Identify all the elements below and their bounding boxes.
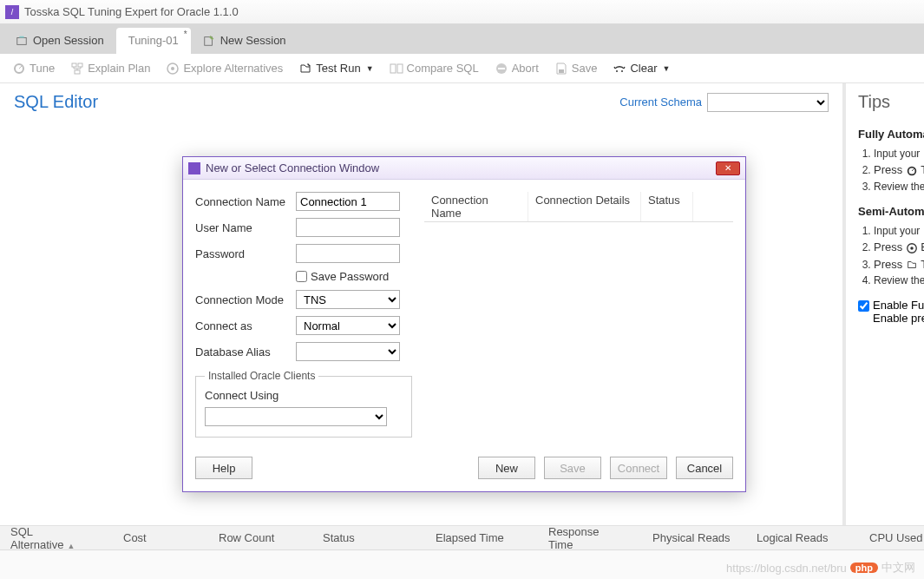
- close-icon[interactable]: ✕: [716, 161, 740, 175]
- dialog-save-button[interactable]: Save: [544, 457, 601, 479]
- save-password-checkbox[interactable]: [296, 271, 307, 282]
- label-connect-as: Connect as: [195, 319, 296, 332]
- label-connect-using: Connect Using: [205, 389, 279, 402]
- installed-clients-group: Installed Oracle Clients Connect Using: [195, 370, 412, 438]
- connection-dialog: New or Select Connection Window ✕ Connec…: [182, 156, 746, 492]
- connect-using-select[interactable]: [205, 407, 387, 426]
- label-user-name: User Name: [195, 221, 296, 234]
- label-password: Password: [195, 247, 296, 260]
- list-col-details[interactable]: Connection Details: [528, 192, 641, 221]
- connection-mode-select[interactable]: TNS: [296, 290, 400, 309]
- label-connection-name: Connection Name: [195, 195, 296, 208]
- dialog-titlebar[interactable]: New or Select Connection Window ✕: [183, 157, 745, 180]
- label-connection-mode: Connection Mode: [195, 293, 296, 306]
- dialog-title-text: New or Select Connection Window: [206, 161, 379, 174]
- modal-overlay: New or Select Connection Window ✕ Connec…: [0, 0, 924, 579]
- list-col-status[interactable]: Status: [641, 192, 693, 221]
- dialog-buttons: Help New Save Connect Cancel: [183, 450, 745, 491]
- help-button[interactable]: Help: [195, 457, 252, 479]
- password-input[interactable]: [296, 244, 400, 263]
- dialog-body: Connection Name User Name Password Save …: [183, 180, 745, 450]
- connect-as-select[interactable]: Normal: [296, 316, 400, 335]
- label-save-password: Save Password: [311, 270, 389, 283]
- legend-installed-clients: Installed Oracle Clients: [205, 370, 318, 382]
- new-button[interactable]: New: [478, 457, 535, 479]
- connection-name-input[interactable]: [296, 192, 400, 211]
- connection-list: Connection Name Connection Details Statu…: [424, 192, 733, 438]
- list-col-name[interactable]: Connection Name: [424, 192, 528, 221]
- app-icon: [188, 162, 200, 174]
- label-database-alias: Database Alias: [195, 345, 296, 359]
- connection-form: Connection Name User Name Password Save …: [195, 192, 412, 438]
- connect-button[interactable]: Connect: [610, 457, 667, 479]
- list-header: Connection Name Connection Details Statu…: [424, 192, 733, 222]
- cancel-button[interactable]: Cancel: [676, 457, 733, 479]
- user-name-input[interactable]: [296, 218, 400, 237]
- database-alias-select[interactable]: [296, 342, 400, 361]
